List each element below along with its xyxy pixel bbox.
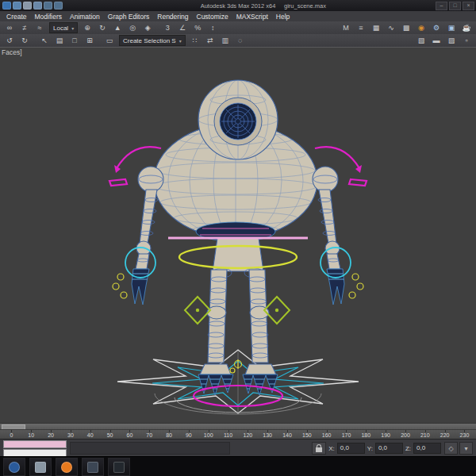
left-shoulder-arc-gizmo[interactable] xyxy=(117,147,161,168)
align-icon[interactable]: ≡ xyxy=(354,21,368,34)
window-crossing-icon[interactable]: ⊞ xyxy=(83,34,97,47)
firefox-icon[interactable] xyxy=(56,458,78,476)
left-plate-gizmo[interactable] xyxy=(109,179,127,186)
render-production-icon[interactable]: ☕ xyxy=(459,21,474,34)
mirror-icon[interactable]: M xyxy=(339,21,353,34)
edit-named-selection-sets-icon[interactable]: ▭ xyxy=(102,34,117,47)
bind-to-space-warp-icon[interactable]: ≈ xyxy=(33,21,47,34)
menu-maxscript[interactable]: MAXScript xyxy=(232,13,272,21)
new-scene-button[interactable] xyxy=(13,2,21,10)
chevron-down-icon: ▾ xyxy=(179,38,182,44)
y-coordinate-label: Y: xyxy=(367,445,373,452)
graphite-ribbon-icon[interactable]: ▬ xyxy=(429,34,443,47)
select-and-scale-icon[interactable]: ▲ xyxy=(110,21,125,34)
taskbar-buttons xyxy=(3,458,130,476)
y-coordinate-field[interactable]: 0,0 xyxy=(375,443,403,454)
left-knee-diamond-gizmo[interactable] xyxy=(185,297,210,324)
use-pivot-point-icon[interactable]: ◎ xyxy=(125,21,140,34)
robot-right-foot[interactable] xyxy=(243,364,278,395)
select-and-rotate-icon[interactable]: ↻ xyxy=(95,21,109,34)
select-object-icon[interactable]: ↖ xyxy=(37,34,52,47)
snaps-toggle-icon[interactable]: 3 xyxy=(160,21,175,34)
select-and-link-icon[interactable]: ∞ xyxy=(2,21,17,34)
robot-pelvis xyxy=(213,238,263,271)
document-name: giru_scene.max xyxy=(284,2,326,10)
right-shoulder-arc-gizmo[interactable] xyxy=(315,147,359,168)
material-editor-icon[interactable]: ◉ xyxy=(414,21,428,34)
angle-snap-icon[interactable]: ∠ xyxy=(175,21,190,34)
z-coordinate-field[interactable]: 0,0 xyxy=(413,443,441,454)
status-bar: X: 0,0 Y: 0,0 Z: 0,0 ◇▾ xyxy=(0,439,476,457)
title-bar[interactable]: Autodesk 3ds Max 2012 x64 giru_scene.max… xyxy=(0,0,476,11)
listener-macro-row[interactable] xyxy=(3,440,67,448)
start-button-glyph xyxy=(9,462,20,473)
unlink-selection-icon[interactable]: ≠ xyxy=(17,21,32,34)
isolate-selection-icon[interactable]: ◌ xyxy=(233,34,248,47)
select-and-move-icon[interactable]: ⊕ xyxy=(80,21,94,34)
maximize-button[interactable]: □ xyxy=(449,2,461,10)
named-selection-sets-dropdown[interactable]: Create Selection S▾ xyxy=(119,35,186,46)
start-button[interactable] xyxy=(3,458,25,476)
menu-help[interactable]: Help xyxy=(272,13,294,21)
taskbar xyxy=(0,456,476,476)
perspective-viewport[interactable]: Faces] xyxy=(0,47,476,424)
menu-graph-editors[interactable]: Graph Editors xyxy=(104,13,153,21)
time-tag-button[interactable]: ▾ xyxy=(459,442,473,455)
file-explorer-icon[interactable] xyxy=(29,458,52,476)
robot-model[interactable] xyxy=(131,80,345,395)
viewport-canvas[interactable] xyxy=(0,48,476,424)
app-menu-button[interactable] xyxy=(2,2,11,10)
close-button[interactable]: × xyxy=(463,2,474,10)
select-and-manipulate-icon[interactable]: ◈ xyxy=(140,21,155,34)
robot-right-arm[interactable] xyxy=(313,167,345,305)
firefox-icon-glyph xyxy=(61,462,72,473)
rendered-frame-icon[interactable]: ▣ xyxy=(444,21,459,34)
array-icon[interactable]: ∷ xyxy=(188,34,202,47)
rectangular-selection-icon[interactable]: □ xyxy=(67,34,82,47)
align-camera-icon[interactable]: ⇄ xyxy=(203,34,217,47)
viewport-shading-label[interactable]: Faces] xyxy=(2,48,22,56)
manage-layers-icon[interactable]: ▧ xyxy=(414,34,428,47)
app-window-icon[interactable] xyxy=(82,458,104,476)
save-file-button[interactable] xyxy=(33,2,42,10)
left-hand-curl-gizmos[interactable] xyxy=(113,274,127,298)
menu-create[interactable]: Create xyxy=(2,13,31,21)
open-file-button[interactable] xyxy=(23,2,32,10)
layer-manager-icon[interactable]: ▦ xyxy=(369,21,383,34)
x-coordinate-field[interactable]: 0,0 xyxy=(337,443,365,454)
schematic-view-icon[interactable]: ▩ xyxy=(399,21,413,34)
curve-editor-icon[interactable]: ∿ xyxy=(384,21,398,34)
listener-script-row[interactable] xyxy=(3,449,67,457)
render-setup-icon[interactable]: ⚙ xyxy=(429,21,443,34)
selection-lock-toggle[interactable] xyxy=(312,442,326,455)
scene-explorer-icon[interactable]: ▨ xyxy=(444,34,459,47)
maxscript-mini-listener[interactable] xyxy=(3,440,67,457)
spacing-tool-icon[interactable]: ▥ xyxy=(218,34,232,47)
status-prompt-area xyxy=(70,442,230,455)
robot-left-foot[interactable] xyxy=(198,364,233,395)
robot-right-leg[interactable] xyxy=(249,270,269,363)
select-by-name-icon[interactable]: ▤ xyxy=(52,34,67,47)
named-selection-sets-dropdown-value: Create Selection S xyxy=(123,37,176,44)
menu-rendering[interactable]: Rendering xyxy=(153,13,192,21)
undo-icon[interactable]: ↺ xyxy=(2,34,17,47)
robot-left-leg[interactable] xyxy=(207,270,227,363)
media-app-icon[interactable] xyxy=(108,458,130,476)
spinner-snap-icon[interactable]: ↕ xyxy=(205,21,220,34)
reference-coordinate-system-dropdown[interactable]: Local▾ xyxy=(49,22,78,33)
robot-left-arm[interactable] xyxy=(131,167,163,305)
menu-modifiers[interactable]: Modifiers xyxy=(31,13,66,21)
menu-customize[interactable]: Customize xyxy=(193,13,232,21)
redo-button[interactable] xyxy=(54,2,63,10)
absolute-offset-mode-toggle[interactable]: ◇ xyxy=(444,442,458,455)
robot-eye[interactable] xyxy=(214,98,262,145)
menu-animation[interactable]: Animation xyxy=(66,13,104,21)
right-hand-curl-gizmos[interactable] xyxy=(349,274,363,298)
property-editor-icon[interactable]: ▫ xyxy=(459,34,474,47)
window-title: Autodesk 3ds Max 2012 x64 xyxy=(201,2,276,10)
redo-icon[interactable]: ↻ xyxy=(17,34,32,47)
right-plate-gizmo[interactable] xyxy=(349,179,367,186)
percent-snap-icon[interactable]: % xyxy=(190,21,205,34)
undo-button[interactable] xyxy=(44,2,52,10)
minimize-button[interactable]: – xyxy=(436,2,447,10)
